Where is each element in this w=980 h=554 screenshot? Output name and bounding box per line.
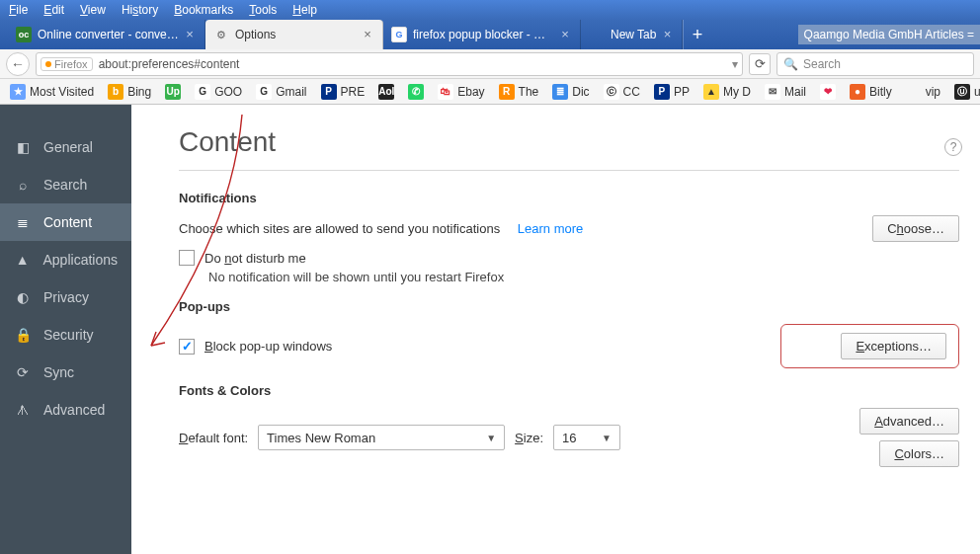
bookmark-icon: ✉ (765, 84, 780, 100)
bookmark-item[interactable]: 🛍Ebay (432, 82, 490, 102)
close-icon[interactable]: × (361, 28, 374, 41)
bookmark-icon: P (321, 84, 337, 100)
bookmark-item[interactable]: ●Bitly (844, 82, 898, 102)
advanced-fonts-button[interactable]: Advanced… (859, 408, 959, 435)
bookmark-item[interactable]: bBing (102, 82, 157, 102)
security-icon: 🔒 (14, 326, 32, 344)
bookmark-item[interactable]: ≣Dic (546, 82, 595, 102)
privacy-icon: ◐ (14, 288, 32, 306)
menu-tools[interactable]: Tools (243, 2, 286, 18)
dnd-label[interactable]: Do not disturb me (204, 251, 306, 266)
bookmark-icon: ✆ (408, 84, 424, 100)
help-icon[interactable]: ? (944, 138, 962, 156)
bookmark-item[interactable]: RThe (493, 82, 545, 102)
bookmark-item[interactable]: ✉Mail (759, 82, 812, 102)
learn-more-link[interactable]: Learn more (518, 221, 583, 236)
new-tab-button[interactable]: + (683, 20, 710, 49)
notifications-heading: Notifications (179, 191, 959, 205)
bookmark-label: Bitly (869, 85, 892, 99)
nav-bar: ← Firefox about:preferences#content ▾ ⟳ … (0, 49, 980, 79)
bookmark-item[interactable]: PPRE (315, 82, 371, 102)
bookmark-item[interactable]: ⓒCC (598, 82, 646, 102)
reload-button[interactable]: ⟳ (749, 53, 771, 75)
bookmark-label: Ebay (457, 85, 484, 99)
identity-box[interactable]: Firefox (41, 57, 93, 71)
menu-bar: File Edit View History Bookmarks Tools H… (0, 0, 980, 20)
page-title: Content (179, 126, 970, 158)
sidebar-item-security[interactable]: 🔒Security (0, 316, 131, 354)
sidebar-item-search[interactable]: ⌕Search (0, 166, 131, 203)
block-popups-checkbox[interactable] (179, 339, 195, 355)
font-size-select[interactable]: 16▼ (553, 425, 620, 450)
tab-strip: oc Online converter - convert … × ⚙ Opti… (0, 20, 980, 49)
sidebar-item-applications[interactable]: ▲Applications (0, 241, 131, 278)
sidebar-item-label: Advanced (43, 402, 105, 418)
menu-help[interactable]: Help (286, 2, 327, 18)
divider (179, 170, 959, 171)
search-icon: 🔍 (783, 57, 798, 71)
colors-button[interactable]: Colors… (879, 440, 959, 467)
sidebar-item-label: Applications (43, 252, 119, 268)
bookmark-label: The (519, 85, 539, 99)
dropdown-icon[interactable]: ▾ (732, 57, 738, 71)
choose-button[interactable]: Choose… (872, 215, 959, 242)
sidebar-item-sync[interactable]: ⟳Sync (0, 354, 131, 391)
bookmark-icon: P (654, 84, 670, 100)
bookmark-icon: 🛍 (438, 84, 453, 100)
section-notifications: Notifications Choose which sites are all… (179, 191, 959, 284)
tab-options[interactable]: ⚙ Options × (205, 20, 383, 49)
search-placeholder: Search (803, 57, 841, 71)
close-icon[interactable]: × (558, 28, 572, 41)
sidebar-item-label: Sync (43, 364, 74, 380)
tab-online-converter[interactable]: oc Online converter - convert … × (8, 20, 205, 49)
close-icon[interactable]: × (660, 28, 674, 41)
bookmark-item[interactable]: GGOO (189, 82, 248, 102)
exceptions-button[interactable]: Exceptions… (841, 333, 946, 359)
extension-badge[interactable]: Qaamgo Media GmbH Articles = (798, 25, 980, 44)
advanced-icon: ⩚ (14, 401, 32, 419)
url-bar[interactable]: Firefox about:preferences#content ▾ (36, 52, 743, 76)
block-popups-label[interactable]: Block pop-up windows (204, 339, 332, 354)
applications-icon: ▲ (14, 251, 32, 269)
bookmark-label: vip (926, 85, 940, 99)
default-font-select[interactable]: Times New Roman▼ (258, 425, 505, 450)
sidebar-item-content[interactable]: ≣Content (0, 203, 131, 241)
bookmark-label: CC (623, 85, 640, 99)
bookmark-item[interactable]: Up (159, 82, 187, 102)
size-label: Size: (515, 431, 543, 445)
bookmark-item[interactable]: ❤ (814, 82, 842, 102)
bookmark-label: My D (723, 85, 751, 99)
bookmark-item[interactable]: PPP (648, 82, 695, 102)
sidebar-item-general[interactable]: ◧General (0, 128, 131, 166)
menu-edit[interactable]: Edit (38, 2, 74, 18)
bookmark-item[interactable]: vip (900, 82, 946, 102)
bookmark-item[interactable]: ✆ (402, 82, 430, 102)
back-button[interactable]: ← (6, 52, 30, 76)
dnd-checkbox[interactable] (179, 250, 195, 266)
bookmark-label: Dic (572, 85, 589, 99)
close-icon[interactable]: × (183, 28, 197, 41)
popups-heading: Pop-ups (179, 299, 959, 314)
search-box[interactable]: 🔍 Search (776, 52, 974, 76)
bookmark-item[interactable]: GGmail (250, 82, 312, 102)
sidebar-item-label: Content (43, 214, 92, 230)
menu-history[interactable]: History (116, 2, 168, 18)
menu-file[interactable]: File (3, 2, 38, 18)
sidebar-item-advanced[interactable]: ⩚Advanced (0, 391, 131, 429)
menu-view[interactable]: View (74, 2, 116, 18)
tab-new-tab[interactable]: New Tab × (581, 20, 683, 49)
bookmark-label: Mail (784, 85, 806, 99)
sidebar-item-label: General (43, 139, 93, 155)
bookmark-label: PP (674, 85, 690, 99)
sidebar-item-label: Security (43, 327, 94, 343)
bookmark-item[interactable]: Aol (372, 82, 400, 102)
menu-bookmarks[interactable]: Bookmarks (168, 2, 243, 18)
bookmark-icon: ★ (10, 84, 26, 100)
bookmark-item[interactable]: ▲My D (697, 82, 757, 102)
bookmark-item[interactable]: ⓤuni (948, 82, 980, 102)
tab-google-search[interactable]: G firefox popup blocker - Goo… × (383, 20, 581, 49)
sidebar-item-privacy[interactable]: ◐Privacy (0, 278, 131, 316)
bookmark-item[interactable]: ★Most Visited (4, 82, 100, 102)
bookmark-icon: G (195, 84, 210, 100)
gear-icon: ⚙ (213, 27, 229, 42)
